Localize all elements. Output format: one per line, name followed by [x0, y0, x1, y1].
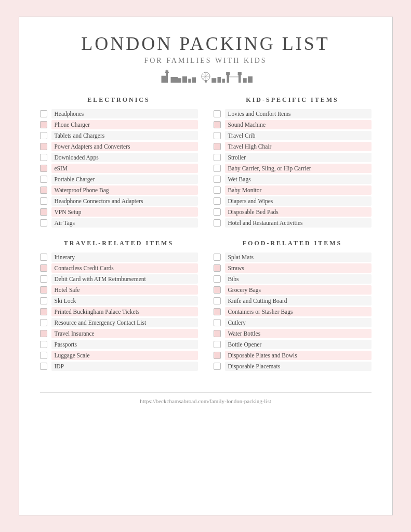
checkbox[interactable] [214, 264, 221, 272]
checkbox[interactable] [40, 143, 47, 150]
item-label: Stroller [225, 153, 372, 162]
checkbox[interactable] [40, 154, 47, 161]
checkbox[interactable] [40, 254, 47, 261]
item-label: Resource and Emergency Contact List [51, 318, 198, 327]
list-item: Ski Lock [40, 296, 198, 305]
checkbox[interactable] [214, 319, 221, 326]
checkbox[interactable] [40, 297, 47, 304]
footer-url: https://beckchamsabroad.com/family-londo… [140, 398, 271, 404]
item-label: Waterproof Phone Bag [51, 185, 198, 195]
checkbox[interactable] [40, 187, 47, 194]
checkbox[interactable] [214, 208, 221, 216]
section-food-related: FOOD-RELATED ITEMSSplat MatsStrawsBibsGr… [214, 240, 372, 373]
list-item: Headphones [40, 109, 198, 118]
checkbox[interactable] [40, 208, 47, 216]
checkbox[interactable] [214, 297, 221, 304]
list-item: Phone Charger [40, 120, 198, 129]
item-label: Hotel and Restaurant Activities [225, 218, 372, 228]
checkbox[interactable] [214, 219, 221, 227]
checkbox[interactable] [40, 319, 47, 326]
svg-rect-27 [222, 79, 224, 83]
item-label: Cutlery [225, 318, 372, 327]
checklist-kid-specific: Lovies and Comfort ItemsSound MachineTra… [214, 109, 372, 228]
list-item: Cutlery [214, 318, 372, 327]
checkbox[interactable] [214, 165, 221, 172]
checkbox[interactable] [214, 308, 221, 315]
item-label: VPN Setup [51, 207, 198, 217]
svg-rect-16 [226, 72, 230, 75]
svg-rect-11 [205, 80, 207, 83]
checkbox[interactable] [40, 308, 47, 315]
list-item: Stroller [214, 153, 372, 162]
list-item: Travel Insurance [40, 329, 198, 338]
list-item: IDP [40, 362, 198, 371]
list-item: Knife and Cutting Board [214, 296, 372, 305]
checkbox[interactable] [214, 275, 221, 283]
list-item: Portable Charger [40, 175, 198, 184]
section-title-kid-specific: KID-SPECIFIC ITEMS [214, 96, 372, 104]
item-label: Hotel Safe [51, 285, 198, 295]
checkbox[interactable] [214, 254, 221, 261]
checkbox[interactable] [40, 176, 47, 183]
checkbox[interactable] [214, 352, 221, 359]
item-label: Tablets and Chargers [51, 131, 198, 140]
item-label: Downloaded Apps [51, 153, 198, 162]
item-label: eSIM [51, 164, 198, 173]
list-item: Headphone Connectors and Adapters [40, 196, 198, 206]
list-item: Disposable Bed Pads [214, 207, 372, 217]
checkbox[interactable] [40, 121, 47, 128]
list-item: Itinerary [40, 252, 198, 262]
list-item: Diapers and Wipes [214, 196, 372, 206]
list-item: Resource and Emergency Contact List [40, 318, 198, 327]
section-title-travel-related: TRAVEL-RELATED ITEMS [40, 240, 198, 247]
section-kid-specific: KID-SPECIFIC ITEMSLovies and Comfort Ite… [214, 96, 372, 229]
list-item: Bibs [214, 274, 372, 284]
item-label: Disposable Bed Pads [225, 207, 372, 217]
checkbox[interactable] [214, 110, 221, 117]
item-label: Air Tags [51, 218, 198, 228]
checkbox[interactable] [40, 219, 47, 227]
item-label: Baby Carrier, Sling, or Hip Carrier [225, 164, 372, 173]
svg-rect-17 [237, 72, 241, 75]
item-label: Lovies and Comfort Items [225, 109, 372, 118]
svg-rect-0 [166, 72, 168, 83]
item-label: Headphones [51, 109, 198, 118]
checkbox[interactable] [214, 176, 221, 183]
svg-rect-26 [217, 77, 221, 83]
list-item: Grocery Bags [214, 285, 372, 295]
item-label: Debit Card with ATM Reimbursement [51, 274, 198, 284]
checkbox[interactable] [40, 286, 47, 294]
checkbox[interactable] [214, 197, 221, 205]
checkbox[interactable] [40, 197, 47, 205]
list-item: Containers or Stasher Bags [214, 307, 372, 316]
item-label: Power Adapters and Converters [51, 142, 198, 151]
checkbox[interactable] [40, 363, 47, 370]
checkbox[interactable] [214, 154, 221, 161]
checkbox[interactable] [214, 330, 221, 337]
checkbox[interactable] [214, 143, 221, 150]
checkbox[interactable] [40, 330, 47, 337]
checkbox[interactable] [40, 264, 47, 272]
item-label: IDP [51, 362, 198, 371]
checkbox[interactable] [214, 132, 221, 139]
checkbox[interactable] [40, 132, 47, 139]
list-item: Straws [214, 263, 372, 273]
list-item: Disposable Placemats [214, 362, 372, 371]
checkbox[interactable] [40, 110, 47, 117]
list-item: Passports [40, 340, 198, 349]
checkbox[interactable] [40, 352, 47, 359]
svg-rect-3 [166, 70, 167, 71]
item-label: Printed Buckingham Palace Tickets [51, 307, 198, 316]
checkbox[interactable] [40, 165, 47, 172]
checkbox[interactable] [214, 187, 221, 194]
checklist-travel-related: ItineraryContactless Credit CardsDebit C… [40, 252, 198, 371]
checkbox[interactable] [214, 363, 221, 370]
list-item: Water Bottles [214, 329, 372, 338]
checkbox[interactable] [214, 341, 221, 348]
sections-grid: ELECTRONICSHeadphonesPhone ChargerTablet… [40, 96, 372, 383]
checkbox[interactable] [40, 275, 47, 283]
checkbox[interactable] [214, 286, 221, 294]
page-title: LONDON PACKING LIST [40, 33, 372, 55]
checkbox[interactable] [214, 121, 221, 128]
checkbox[interactable] [40, 341, 47, 348]
